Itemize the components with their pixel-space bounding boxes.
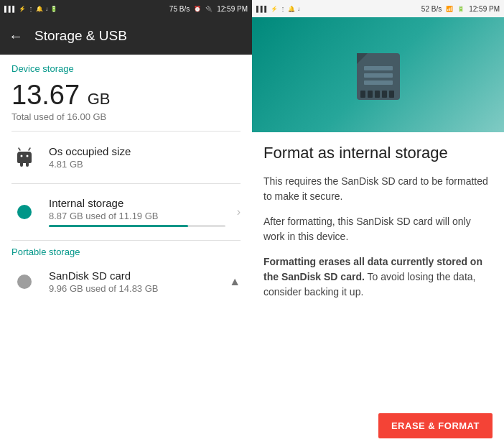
left-panel: ▌▌▌ ⚡ ⋮ 🔔 ↓ 🔋 75 B/s ⏰ 🔌 12:59 PM ← Stor… — [0, 0, 252, 447]
internal-info: Internal storage 8.87 GB used of 11.19 G… — [49, 197, 225, 227]
format-paragraph-1: This requires the SanDisk SD card to be … — [263, 174, 493, 204]
battery-icon-right: 🔋 — [457, 6, 465, 12]
os-name: Os occupied size — [49, 145, 241, 157]
divider-3 — [11, 240, 241, 241]
os-sub: 4.81 GB — [49, 159, 241, 170]
svg-rect-9 — [360, 91, 365, 98]
svg-rect-6 — [364, 66, 393, 70]
notification-icon-right: 🔔 — [288, 6, 295, 12]
svg-line-2 — [19, 148, 20, 150]
sandisk-name: SanDisk SD card — [49, 269, 218, 282]
menu-icon: ⋮ — [28, 6, 34, 12]
back-button[interactable]: ← — [9, 28, 23, 45]
total-unit: GB — [88, 90, 111, 108]
right-panel: ▌▌▌ ⚡ ⋮ 🔔 ↓ 52 B/s 📶 🔋 12:59 PM — [252, 0, 504, 447]
format-title-bar: Format as internal storage — [252, 132, 504, 168]
format-paragraph-2: After formatting, this SanDisk SD card w… — [263, 214, 493, 244]
alarm-icon: ⏰ — [194, 6, 201, 12]
status-right-left: 75 B/s ⏰ 🔌 12:59 PM — [169, 5, 248, 13]
status-bar-left: ▌▌▌ ⚡ ⋮ 🔔 ↓ 🔋 75 B/s ⏰ 🔌 12:59 PM — [0, 0, 252, 17]
total-value: 13.67 — [11, 80, 80, 110]
wifi-icon: ⚡ — [19, 6, 26, 12]
gray-circle-icon — [17, 275, 32, 289]
eject-icon[interactable]: ▲ — [229, 275, 241, 288]
internal-icon-container — [11, 199, 37, 225]
speed-left: 75 B/s — [169, 5, 190, 13]
download-icon-right: ↓ — [297, 6, 300, 12]
notification-icon: 🔔 — [36, 6, 43, 12]
signal-icon-right: ▌▌▌ — [256, 6, 269, 12]
svg-rect-10 — [368, 91, 373, 98]
android-icon — [13, 146, 36, 169]
status-icons-left: ▌▌▌ ⚡ ⋮ 🔔 ↓ 🔋 — [4, 6, 57, 12]
bottom-bar: ERASE & FORMAT — [252, 405, 504, 447]
divider-1 — [11, 131, 241, 132]
os-icon-container — [11, 144, 37, 170]
erase-format-button[interactable]: ERASE & FORMAT — [378, 413, 493, 438]
os-storage-item: Os occupied size 4.81 GB — [11, 137, 241, 178]
sd-card-icon — [353, 46, 403, 103]
menu-icon-right: ⋮ — [280, 6, 286, 12]
internal-name: Internal storage — [49, 197, 225, 209]
time-right: 12:59 PM — [469, 5, 500, 13]
battery-charge-icon: 🔌 — [205, 6, 213, 12]
signal-icon: ▌▌▌ — [4, 6, 17, 12]
page-title: Storage & USB — [34, 28, 127, 44]
svg-rect-12 — [382, 91, 387, 98]
teal-circle-icon — [17, 205, 32, 219]
device-storage-label: Device storage — [11, 63, 241, 74]
svg-rect-7 — [364, 73, 393, 78]
status-icons-right: ▌▌▌ ⚡ ⋮ 🔔 ↓ — [256, 6, 300, 12]
battery-icon: 🔋 — [50, 6, 57, 12]
svg-rect-13 — [389, 91, 394, 98]
download-icon: ↓ — [45, 6, 48, 12]
os-info: Os occupied size 4.81 GB — [49, 145, 241, 170]
time-left: 12:59 PM — [217, 5, 248, 13]
format-warning: Formatting erases all data currently sto… — [263, 254, 493, 300]
top-bar: ← Storage & USB — [0, 17, 252, 55]
total-sub: Total used of 16.00 GB — [11, 111, 241, 122]
internal-progress-container — [49, 225, 225, 227]
internal-progress-fill — [49, 225, 188, 227]
sandisk-info: SanDisk SD card 9.96 GB used of 14.83 GB — [49, 269, 218, 294]
portable-storage-label: Portable storage — [11, 246, 241, 257]
format-content: This requires the SanDisk SD card to be … — [252, 168, 504, 405]
sd-card-illustration — [252, 17, 504, 132]
sandisk-sub: 9.96 GB used of 14.83 GB — [49, 283, 218, 294]
svg-point-1 — [27, 155, 29, 157]
status-bar-right: ▌▌▌ ⚡ ⋮ 🔔 ↓ 52 B/s 📶 🔋 12:59 PM — [252, 0, 504, 17]
internal-sub: 8.87 GB used of 11.19 GB — [49, 211, 225, 221]
svg-line-3 — [29, 148, 30, 150]
wifi-icon-right: ⚡ — [271, 6, 278, 12]
wifi-signal-icon: 📶 — [446, 6, 453, 12]
sandisk-item: SanDisk SD card 9.96 GB used of 14.83 GB… — [11, 262, 241, 302]
svg-point-0 — [21, 155, 23, 157]
svg-rect-8 — [364, 80, 393, 85]
internal-storage-item[interactable]: Internal storage 8.87 GB used of 11.19 G… — [11, 190, 241, 234]
content-area-left: Device storage 13.67 GB Total used of 16… — [0, 55, 252, 447]
format-title: Format as internal storage — [263, 144, 493, 162]
divider-2 — [11, 183, 241, 184]
storage-total: 13.67 GB Total used of 16.00 GB — [11, 81, 241, 122]
sandisk-icon-container — [11, 269, 37, 295]
speed-right: 52 B/s — [421, 5, 442, 13]
chevron-right-icon: › — [237, 206, 241, 218]
svg-rect-11 — [375, 91, 380, 98]
status-right-right: 52 B/s 📶 🔋 12:59 PM — [421, 5, 500, 13]
total-number: 13.67 GB — [11, 81, 241, 109]
